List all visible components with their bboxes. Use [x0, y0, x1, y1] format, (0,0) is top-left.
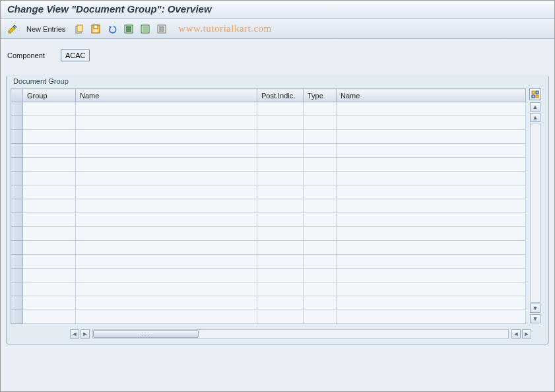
cell-c1[interactable]: [23, 241, 76, 255]
cell-c5[interactable]: [337, 310, 526, 324]
copy-icon[interactable]: [73, 22, 86, 36]
cell-c3[interactable]: [257, 199, 304, 213]
cell-c1[interactable]: [23, 172, 76, 185]
hscroll-track[interactable]: :::: [92, 329, 509, 339]
vertical-scrollbar-track[interactable]: [530, 123, 540, 303]
row-selector[interactable]: [11, 241, 23, 255]
cell-c4[interactable]: [304, 296, 337, 310]
row-selector[interactable]: [11, 144, 23, 158]
col-name1[interactable]: Name: [76, 89, 257, 102]
component-field[interactable]: ACAC: [61, 49, 90, 61]
row-selector[interactable]: [11, 199, 23, 213]
cell-c2[interactable]: [76, 130, 257, 144]
cell-c5[interactable]: [337, 296, 526, 310]
cell-c5[interactable]: [337, 158, 526, 172]
hscroll-right-end-button[interactable]: ►: [522, 329, 531, 339]
hscroll-left-button[interactable]: ◄: [70, 329, 79, 339]
row-selector[interactable]: [11, 102, 23, 116]
cell-c1[interactable]: [23, 255, 76, 269]
cell-c1[interactable]: [23, 269, 76, 282]
cell-c5[interactable]: [337, 185, 526, 199]
cell-c4[interactable]: [304, 116, 337, 130]
cell-c5[interactable]: [337, 102, 526, 116]
cell-c3[interactable]: [257, 213, 304, 227]
cell-c4[interactable]: [304, 172, 337, 185]
change-icon[interactable]: [6, 22, 19, 36]
select-all-icon[interactable]: [122, 22, 135, 36]
cell-c2[interactable]: [76, 255, 257, 269]
cell-c5[interactable]: [337, 144, 526, 158]
cell-c3[interactable]: [257, 144, 304, 158]
cell-c2[interactable]: [76, 282, 257, 296]
cell-c5[interactable]: [337, 282, 526, 296]
cell-c4[interactable]: [304, 158, 337, 172]
cell-c3[interactable]: [257, 185, 304, 199]
row-selector[interactable]: [11, 296, 23, 310]
cell-c5[interactable]: [337, 269, 526, 282]
hscroll-thumb[interactable]: :::: [93, 330, 199, 338]
cell-c3[interactable]: [257, 310, 304, 324]
undo-icon[interactable]: [106, 22, 119, 36]
col-group[interactable]: Group: [23, 89, 76, 102]
cell-c3[interactable]: [257, 282, 304, 296]
cell-c3[interactable]: [257, 102, 304, 116]
cell-c2[interactable]: [76, 158, 257, 172]
cell-c1[interactable]: [23, 144, 76, 158]
cell-c2[interactable]: [76, 269, 257, 282]
cell-c1[interactable]: [23, 227, 76, 241]
cell-c1[interactable]: [23, 185, 76, 199]
col-type[interactable]: Type: [304, 89, 337, 102]
row-selector[interactable]: [11, 227, 23, 241]
cell-c4[interactable]: [304, 185, 337, 199]
cell-c4[interactable]: [304, 227, 337, 241]
cell-c2[interactable]: [76, 102, 257, 116]
cell-c2[interactable]: [76, 199, 257, 213]
cell-c5[interactable]: [337, 255, 526, 269]
cell-c5[interactable]: [337, 199, 526, 213]
cell-c2[interactable]: [76, 172, 257, 185]
row-selector[interactable]: [11, 213, 23, 227]
cell-c3[interactable]: [257, 241, 304, 255]
cell-c1[interactable]: [23, 102, 76, 116]
row-selector[interactable]: [11, 282, 23, 296]
cell-c1[interactable]: [23, 130, 76, 144]
row-selector[interactable]: [11, 185, 23, 199]
row-selector[interactable]: [11, 172, 23, 185]
cell-c2[interactable]: [76, 213, 257, 227]
hscroll-right-button[interactable]: ►: [81, 329, 90, 339]
table-settings-button[interactable]: [529, 88, 541, 100]
cell-c3[interactable]: [257, 130, 304, 144]
cell-c4[interactable]: [304, 241, 337, 255]
cell-c5[interactable]: [337, 241, 526, 255]
cell-c4[interactable]: [304, 102, 337, 116]
scroll-up-button-2[interactable]: ▲: [530, 113, 540, 122]
col-name2[interactable]: Name: [337, 89, 526, 102]
col-post-indic[interactable]: Post.Indic.: [257, 89, 304, 102]
cell-c4[interactable]: [304, 269, 337, 282]
cell-c1[interactable]: [23, 282, 76, 296]
row-selector-header[interactable]: [11, 89, 23, 102]
cell-c5[interactable]: [337, 130, 526, 144]
cell-c2[interactable]: [76, 241, 257, 255]
cell-c1[interactable]: [23, 213, 76, 227]
row-selector[interactable]: [11, 255, 23, 269]
cell-c3[interactable]: [257, 116, 304, 130]
cell-c3[interactable]: [257, 227, 304, 241]
cell-c2[interactable]: [76, 185, 257, 199]
hscroll-left-end-button[interactable]: ◄: [511, 329, 521, 339]
cell-c3[interactable]: [257, 269, 304, 282]
cell-c2[interactable]: [76, 116, 257, 130]
row-selector[interactable]: [11, 158, 23, 172]
cell-c2[interactable]: [76, 144, 257, 158]
cell-c4[interactable]: [304, 130, 337, 144]
print-icon[interactable]: [155, 22, 168, 36]
row-selector[interactable]: [11, 130, 23, 144]
cell-c5[interactable]: [337, 116, 526, 130]
cell-c1[interactable]: [23, 199, 76, 213]
cell-c5[interactable]: [337, 172, 526, 185]
cell-c2[interactable]: [76, 310, 257, 324]
cell-c5[interactable]: [337, 213, 526, 227]
cell-c4[interactable]: [304, 255, 337, 269]
cell-c1[interactable]: [23, 116, 76, 130]
cell-c1[interactable]: [23, 296, 76, 310]
